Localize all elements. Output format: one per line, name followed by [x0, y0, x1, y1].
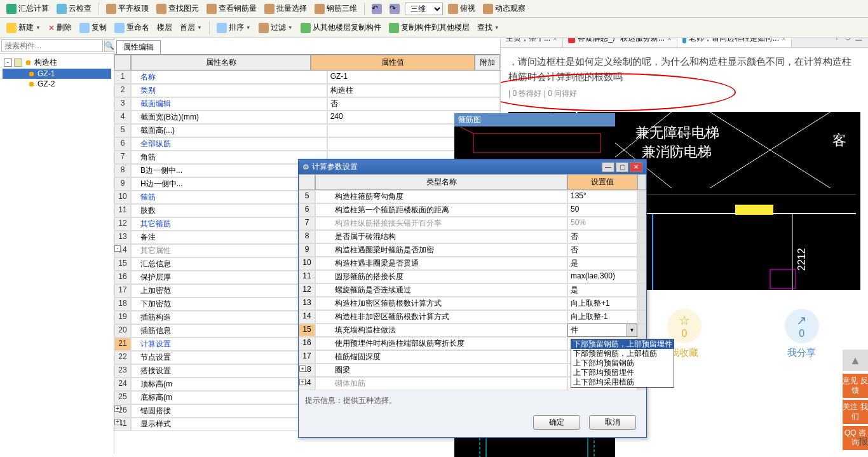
- view-combo[interactable]: 三维: [405, 3, 443, 15]
- svg-rect-0: [473, 133, 600, 153]
- close-button[interactable]: ✕: [630, 162, 642, 172]
- dd-opt-0[interactable]: 下部预留钢筋，上部预留埋件: [571, 339, 674, 349]
- property-tab[interactable]: 属性编辑: [116, 40, 161, 54]
- minimize-button[interactable]: —: [602, 162, 614, 172]
- modal-row-11[interactable]: 11圆形箍筋的搭接长度max(lae,300): [299, 270, 646, 283]
- tree-item-gz2[interactable]: GZ-2: [3, 79, 111, 89]
- col-prop-name: 属性名称: [131, 55, 311, 71]
- modal-row-5[interactable]: 5构造柱箍筋弯勾角度135°: [299, 190, 646, 203]
- svg-rect-14: [735, 205, 773, 215]
- modal-row-14[interactable]: 14构造柱非加密区箍筋根数计算方式向上取整-1: [299, 310, 646, 324]
- floor-first[interactable]: 首层 ▼: [177, 21, 205, 34]
- modal-row-6[interactable]: 6构造柱第一个箍筋距楼板面的距离50: [299, 203, 646, 217]
- tab-1[interactable]: 答疑解惑_广联达服务新...×: [563, 38, 677, 47]
- floor-label: 楼层: [154, 21, 175, 34]
- svg-line-1: [461, 127, 473, 133]
- search-input[interactable]: [1, 39, 103, 52]
- tb-redo[interactable]: ↷: [387, 3, 402, 15]
- tab-2[interactable]: 老师，请问边框柱是如何...×: [677, 38, 792, 47]
- btn-sort[interactable]: 排序 ▼: [214, 21, 254, 34]
- dialog-hint: 提示信息：提供五种选择。: [299, 390, 646, 411]
- dialog-title: 计算参数设置: [312, 161, 600, 172]
- btn-copy-to[interactable]: 复制构件到其他楼层: [386, 21, 472, 34]
- tab-close-1[interactable]: ×: [667, 38, 672, 43]
- btn-rename[interactable]: 重命名: [112, 21, 152, 34]
- tab-0[interactable]: 主页，整个...×: [501, 38, 563, 47]
- btn-copy-from[interactable]: 从其他楼层复制构件: [298, 21, 384, 34]
- scroll-top-button[interactable]: ▲: [843, 350, 868, 371]
- extra-label: 报: [858, 435, 868, 447]
- modal-row-10[interactable]: 10构造柱遇非圈梁是否贯通是: [299, 257, 646, 270]
- btn-find[interactable]: 查找 ▼: [475, 21, 502, 34]
- gear-icon: ⚙: [302, 163, 309, 172]
- new-tab[interactable]: +: [834, 38, 839, 44]
- tb-top-view[interactable]: 俯视: [445, 2, 478, 15]
- col-type-name: 类型名称: [315, 174, 567, 190]
- tree-item-gz1[interactable]: GZ-1: [3, 69, 111, 79]
- component-tree-panel: 🔍 -构造柱 GZ-1 GZ-2: [0, 38, 114, 453]
- modal-row-15[interactable]: 15填充墙构造柱做法件▼: [299, 324, 646, 337]
- tb-undo[interactable]: ↶: [369, 3, 384, 15]
- dd-opt-1[interactable]: 下部预留钢筋，上部植筋: [571, 349, 674, 358]
- chip-follow[interactable]: 关注 我们: [843, 400, 868, 424]
- modal-row-9[interactable]: 9构造柱遇圈梁时箍筋是否加密否: [299, 243, 646, 257]
- calc-params-dialog: ⚙ 计算参数设置 — ▢ ✕ 类型名称 设置值 5构造柱箍筋弯勾角度135°6构…: [298, 159, 647, 438]
- modal-row-8[interactable]: 8是否属于砖混结构否: [299, 230, 646, 243]
- prop-row-6[interactable]: 6全部纵筋: [114, 137, 500, 151]
- col-prop-val: 属性值: [311, 55, 475, 71]
- prop-row-3[interactable]: 3截面编辑否: [114, 97, 500, 111]
- fill-method-dropdown[interactable]: 下部预留钢筋，上部预留埋件 下部预留钢筋，上部植筋 上下部均预留钢筋 上下部均预…: [571, 339, 674, 388]
- property-panel: 属性编辑 属性名称 属性值 附加 1名称GZ-12类别构造柱3截面编辑否4截面宽…: [114, 38, 501, 453]
- chip-feedback[interactable]: 意见 反馈: [843, 374, 868, 398]
- prop-row-5[interactable]: 5截面高(...): [114, 124, 500, 137]
- btn-new[interactable]: 新建 ▼: [4, 21, 43, 34]
- modal-row-12[interactable]: 12螺旋箍筋是否连续通过是: [299, 283, 646, 297]
- tb-dyn-observe[interactable]: 动态观察: [480, 2, 528, 15]
- btn-copy[interactable]: 复制: [77, 21, 109, 34]
- tab-strip: 主页，整个...× 答疑解惑_广联达服务新...× 老师，请问边框柱是如何...…: [501, 38, 868, 48]
- dd-opt-4[interactable]: 上下部均采用植筋: [571, 378, 674, 387]
- dd-opt-3[interactable]: 上下部均预留埋件: [571, 368, 674, 378]
- question-stats: | 0 答得好 | 0 问得好: [508, 88, 860, 99]
- cancel-button[interactable]: 取消: [589, 415, 636, 430]
- dropdown-arrow-icon[interactable]: ▼: [627, 324, 637, 336]
- act-share[interactable]: ↗0 我分享: [785, 309, 819, 359]
- tb-find-elem[interactable]: 查找图元: [154, 2, 201, 15]
- tab-restore[interactable]: ⟲: [843, 38, 851, 44]
- ok-button[interactable]: 确定: [533, 415, 580, 430]
- maximize-button[interactable]: ▢: [616, 162, 628, 172]
- tb-view-rebar[interactable]: 查看钢筋量: [204, 2, 259, 15]
- toolbar-primary: 汇总计算 云检查 平齐板顶 查找图元 查看钢筋量 批量选择 钢筋三维 ↶ ↷ 三…: [0, 0, 868, 18]
- tab-close-0[interactable]: ×: [553, 38, 557, 43]
- tb-batch-select[interactable]: 批量选择: [262, 2, 309, 15]
- btn-filter[interactable]: 过滤 ▼: [256, 21, 295, 34]
- prop-row-4[interactable]: 4截面宽(B边)(mm)240: [114, 111, 500, 124]
- search-button[interactable]: 🔍: [104, 39, 115, 52]
- tb-cloud-check[interactable]: 云检查: [54, 2, 94, 15]
- toolbar-secondary: 新建 ▼ ✕ 删除 复制 重命名 楼层 首层 ▼ 排序 ▼ 过滤 ▼ 从其他楼层…: [0, 18, 868, 38]
- svg-text:2212: 2212: [796, 248, 807, 271]
- tb-sum-calc[interactable]: 汇总计算: [4, 2, 51, 15]
- question-text: ，请问边框柱是如何定义绘制的呢，为什么和构造柱显示颜色不同，在计算构造柱植筋时会…: [508, 54, 860, 85]
- btn-delete[interactable]: ✕ 删除: [46, 21, 74, 34]
- prop-row-1[interactable]: 1名称GZ-1: [114, 71, 500, 84]
- col-set-val: 设置值: [567, 174, 637, 190]
- tb-rebar-3d[interactable]: 钢筋三维: [312, 2, 360, 15]
- dd-opt-2[interactable]: 上下部均预留钢筋: [571, 358, 674, 368]
- modal-row-7[interactable]: 7构造柱纵筋搭接接头错开百分率50%: [299, 217, 646, 230]
- modal-row-13[interactable]: 13构造柱加密区箍筋根数计算方式向上取整+1: [299, 297, 646, 310]
- tab-close-2[interactable]: ×: [782, 38, 786, 43]
- col-prop-ext: 附加: [475, 55, 500, 71]
- tab-menu[interactable]: ☰: [855, 38, 863, 44]
- tb-align-top[interactable]: 平齐板顶: [104, 2, 151, 15]
- tree-root[interactable]: -构造柱: [3, 57, 111, 69]
- prop-row-2[interactable]: 2类别构造柱: [114, 84, 500, 97]
